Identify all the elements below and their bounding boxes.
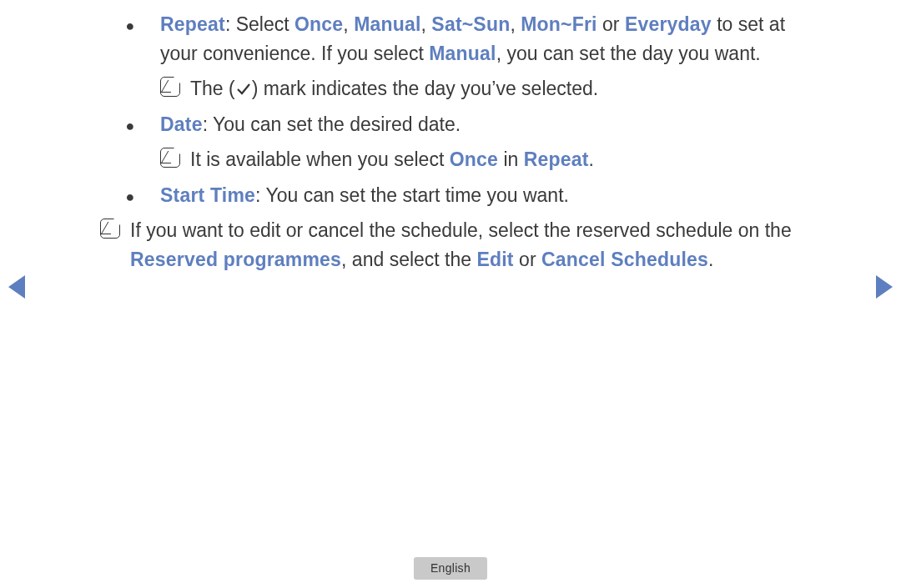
bullet-start: ● Start Time: You can set the start time… bbox=[100, 181, 793, 210]
date-note-row: It is available when you select Once in … bbox=[160, 145, 793, 174]
language-pill[interactable]: English bbox=[414, 557, 487, 580]
text: , and select the bbox=[341, 249, 476, 270]
opt-monfri: Mon~Fri bbox=[521, 13, 596, 35]
footnote-block: If you want to edit or cancel the schedu… bbox=[100, 216, 793, 274]
text: or bbox=[514, 249, 541, 270]
opt-manual2: Manual bbox=[429, 43, 496, 64]
repeat-hl: Repeat bbox=[524, 148, 589, 170]
repeat-note-row: The () mark indicates the day you’ve sel… bbox=[160, 74, 793, 103]
cancel-schedules-hl: Cancel Schedules bbox=[541, 249, 708, 270]
bullet-start-text: Start Time: You can set the start time y… bbox=[160, 181, 793, 210]
repeat-note-text: The () mark indicates the day you’ve sel… bbox=[190, 74, 793, 103]
opt-everyday: Everyday bbox=[625, 13, 712, 35]
text: The ( bbox=[190, 78, 235, 99]
once-hl: Once bbox=[450, 148, 498, 170]
text: . bbox=[589, 148, 594, 170]
opt-manual: Manual bbox=[354, 13, 420, 35]
text: , bbox=[421, 13, 432, 35]
check-icon bbox=[235, 78, 252, 99]
bullet-repeat-text: Repeat: Select Once, Manual, Sat~Sun, Mo… bbox=[160, 10, 793, 68]
bullet-date: ● Date: You can set the desired date. bbox=[100, 110, 793, 139]
note-icon-col bbox=[100, 216, 130, 274]
bullet-date-text: Date: You can set the desired date. bbox=[160, 110, 793, 139]
note-icon-col bbox=[160, 74, 190, 103]
text: If you want to edit or cancel the schedu… bbox=[130, 219, 792, 241]
footnote-text: If you want to edit or cancel the schedu… bbox=[130, 216, 793, 274]
text: . bbox=[708, 249, 713, 270]
bullet-repeat: ● Repeat: Select Once, Manual, Sat~Sun, … bbox=[100, 10, 793, 68]
nav-prev-arrow[interactable] bbox=[8, 275, 25, 299]
manual-content: ● Repeat: Select Once, Manual, Sat~Sun, … bbox=[100, 10, 793, 274]
text: in bbox=[498, 148, 524, 170]
bullet-dot: ● bbox=[100, 10, 160, 68]
note-icon-col bbox=[160, 145, 190, 174]
opt-satsun: Sat~Sun bbox=[431, 13, 510, 35]
bullet-dot: ● bbox=[100, 181, 160, 210]
text: : You can set the start time you want. bbox=[255, 184, 569, 206]
text: or bbox=[597, 13, 625, 35]
start-label: Start Time bbox=[160, 184, 255, 206]
text: : Select bbox=[225, 13, 294, 35]
nav-next-arrow[interactable] bbox=[876, 275, 893, 299]
text: : You can set the desired date. bbox=[203, 113, 461, 135]
note-icon bbox=[160, 77, 180, 97]
note-icon bbox=[100, 219, 120, 239]
text: , bbox=[343, 13, 354, 35]
text: It is available when you select bbox=[190, 148, 450, 170]
date-note-text: It is available when you select Once in … bbox=[190, 145, 793, 174]
edit-hl: Edit bbox=[476, 249, 513, 270]
text: , you can set the day you want. bbox=[496, 43, 761, 64]
note-icon bbox=[160, 148, 180, 168]
opt-once: Once bbox=[294, 13, 343, 35]
text: , bbox=[510, 13, 521, 35]
bullet-dot: ● bbox=[100, 110, 160, 139]
repeat-label: Repeat bbox=[160, 13, 225, 35]
reserved-programmes: Reserved programmes bbox=[130, 249, 341, 270]
text: ) mark indicates the day you’ve selected… bbox=[252, 78, 598, 99]
date-label: Date bbox=[160, 113, 203, 135]
